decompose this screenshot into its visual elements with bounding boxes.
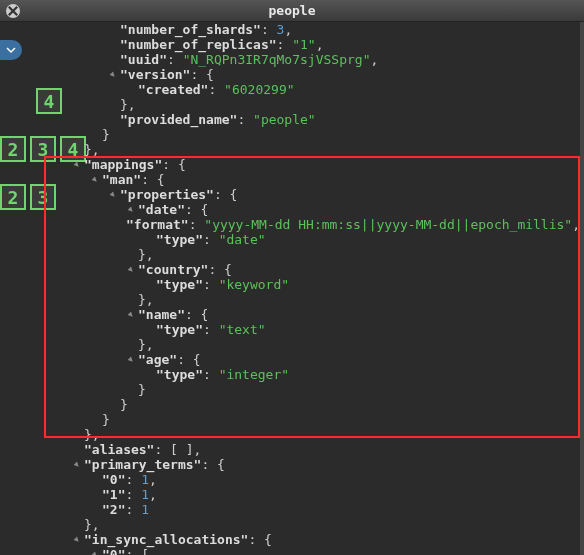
expand-toggle[interactable]: [126, 205, 136, 215]
expand-toggle[interactable]: [72, 460, 82, 470]
json-line: "type": "integer": [36, 367, 580, 382]
json-value: "N_RQPn3IR7qMo7sjVSSprg": [183, 52, 371, 67]
json-key: "provided_name": [120, 112, 237, 127]
json-punct: :: [261, 22, 277, 37]
json-punct: :: [189, 217, 205, 232]
json-punct: :: [203, 322, 219, 337]
expand-toggle[interactable]: [108, 190, 118, 200]
json-key: "properties": [120, 187, 214, 202]
json-value: 1: [141, 487, 149, 502]
json-punct: : {: [214, 187, 237, 202]
expand-toggle[interactable]: [126, 355, 136, 365]
json-line: "aliases": [ ],: [36, 442, 580, 457]
expand-toggle[interactable]: [90, 175, 100, 185]
json-line: "type": "keyword": [36, 277, 580, 292]
json-line: },: [36, 247, 580, 262]
json-punct: },: [84, 427, 100, 442]
json-key: "date": [138, 202, 185, 217]
json-line: },: [36, 292, 580, 307]
json-punct: :: [125, 472, 141, 487]
chevron-down-icon: [6, 45, 16, 55]
scrollbar[interactable]: [580, 22, 584, 555]
json-line: },: [36, 97, 580, 112]
json-line: }: [36, 412, 580, 427]
json-value: "text": [219, 322, 266, 337]
json-line: "provided_name": "people": [36, 112, 580, 127]
json-punct: }: [138, 382, 146, 397]
json-line: "created": "6020299": [36, 82, 580, 97]
json-line: "2": 1: [36, 502, 580, 517]
close-button[interactable]: [6, 4, 20, 18]
expand-toggle[interactable]: [72, 535, 82, 545]
json-punct: },: [120, 97, 136, 112]
json-line: }: [36, 382, 580, 397]
json-punct: : {: [162, 157, 185, 172]
json-line: "properties": {: [36, 187, 580, 202]
json-key: "uuid": [120, 52, 167, 67]
json-key: "name": [138, 307, 185, 322]
shard-badge-1[interactable]: 2: [0, 136, 26, 162]
json-punct: : [: [125, 547, 148, 555]
json-punct: :: [203, 232, 219, 247]
panel-collapse-toggle[interactable]: [0, 40, 22, 60]
json-line: }: [36, 397, 580, 412]
expand-toggle[interactable]: [108, 70, 118, 80]
json-line: },: [36, 427, 580, 442]
json-line: "mappings": {: [36, 157, 580, 172]
json-line: "in_sync_allocations": {: [36, 532, 580, 547]
json-line: },: [36, 142, 580, 157]
json-punct: : {: [248, 532, 271, 547]
json-punct: :: [125, 502, 141, 517]
json-key: "number_of_replicas": [120, 37, 277, 52]
json-line: "uuid": "N_RQPn3IR7qMo7sjVSSprg",: [36, 52, 580, 67]
json-punct: : {: [185, 307, 208, 322]
json-key: "man": [102, 172, 141, 187]
json-value: 1: [141, 472, 149, 487]
expand-toggle[interactable]: [72, 160, 82, 170]
json-punct: }: [102, 412, 110, 427]
json-key: "created": [138, 82, 208, 97]
shard-badge-4[interactable]: 2: [0, 184, 26, 210]
json-key: "aliases": [84, 442, 154, 457]
expand-toggle[interactable]: [126, 265, 136, 275]
json-punct: : [ ],: [154, 442, 201, 457]
json-line: "0": 1,: [36, 472, 580, 487]
json-key: "type": [156, 232, 203, 247]
json-key: "2": [102, 502, 125, 517]
json-value: "yyyy-MM-dd HH:mm:ss||yyyy-MM-dd||epoch_…: [204, 217, 572, 232]
json-line: "number_of_shards": 3,: [36, 22, 580, 37]
json-punct: },: [84, 517, 100, 532]
json-value: "people": [253, 112, 316, 127]
json-value: "integer": [219, 367, 289, 382]
json-punct: :: [203, 277, 219, 292]
json-key: "mappings": [84, 157, 162, 172]
json-punct: },: [84, 142, 100, 157]
json-key: "primary_terms": [84, 457, 201, 472]
viewport: 423423 "number_of_shards": 3,"number_of_…: [0, 22, 584, 555]
json-tree: "number_of_shards": 3,"number_of_replica…: [36, 22, 580, 555]
json-value: 3: [277, 22, 285, 37]
json-key: "format": [126, 217, 189, 232]
expand-toggle[interactable]: [90, 550, 100, 556]
json-punct: : {: [141, 172, 164, 187]
json-punct: },: [138, 337, 154, 352]
json-line: "format": "yyyy-MM-dd HH:mm:ss||yyyy-MM-…: [36, 217, 580, 232]
json-key: "country": [138, 262, 208, 277]
json-line: "country": {: [36, 262, 580, 277]
json-key: "number_of_shards": [120, 22, 261, 37]
json-punct: :: [237, 112, 253, 127]
json-punct: :: [208, 82, 224, 97]
json-line: },: [36, 337, 580, 352]
json-key: "0": [102, 472, 125, 487]
window-title: people: [0, 3, 584, 18]
json-punct: }: [120, 397, 128, 412]
json-line: "type": "text": [36, 322, 580, 337]
json-punct: }: [102, 127, 110, 142]
json-punct: :: [125, 487, 141, 502]
json-line: "0": [: [36, 547, 580, 555]
json-punct: : {: [190, 67, 213, 82]
json-key: "type": [156, 322, 203, 337]
expand-toggle[interactable]: [126, 310, 136, 320]
json-line: "name": {: [36, 307, 580, 322]
json-value: "6020299": [224, 82, 294, 97]
